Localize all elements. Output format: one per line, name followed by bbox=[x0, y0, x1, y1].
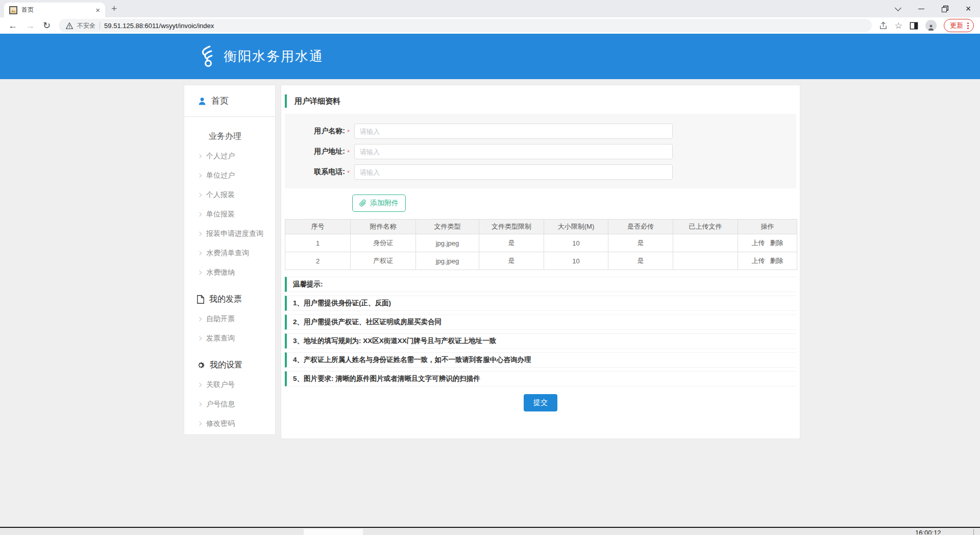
sidebar-item-account-info[interactable]: 户号信息 bbox=[184, 395, 275, 414]
chevron-right-icon bbox=[198, 193, 202, 197]
browser-titlebar: 首页 × + × bbox=[0, 0, 980, 17]
table-row: 1 身份证 jpg.jpeg 是 10 是 上传删除 bbox=[285, 234, 797, 252]
sidebar-group-settings[interactable]: 我的设置 bbox=[184, 355, 275, 375]
tip-item: 2、用户需提供产权证、社区证明或房屋买卖合同 bbox=[285, 314, 796, 330]
section-title: 用户详细资料 bbox=[285, 94, 796, 108]
screen: 首页 × + × ← → ↻ 不安全 59.51.125.88:6011/wsy… bbox=[0, 0, 980, 535]
tip-item: 3、地址的填写规则为: XX区X街道XX门牌号且与产权证上地址一致 bbox=[285, 333, 796, 349]
table-header-row: 序号 附件名称 文件类型 文件类型限制 大小限制(M) 是否必传 已上传文件 操… bbox=[285, 220, 797, 234]
taskbar-clock: 16:00:12 bbox=[915, 529, 951, 534]
delete-link[interactable]: 删除 bbox=[770, 257, 783, 264]
upload-link[interactable]: 上传 bbox=[752, 257, 765, 264]
bookmark-star-icon[interactable]: ☆ bbox=[895, 20, 902, 31]
sidebar-item-personal-transfer[interactable]: 个人过户 bbox=[184, 147, 275, 166]
upload-link[interactable]: 上传 bbox=[752, 239, 765, 247]
chevron-right-icon bbox=[198, 174, 202, 178]
paperclip-icon bbox=[359, 200, 366, 207]
sidebar-home-label: 首页 bbox=[211, 95, 229, 107]
chevron-right-icon bbox=[198, 271, 202, 275]
username-label: 用户名称: bbox=[285, 127, 345, 136]
browser-tab[interactable]: 首页 × bbox=[4, 3, 105, 17]
chevron-right-icon bbox=[198, 251, 202, 255]
tab-title: 首页 bbox=[21, 6, 91, 14]
col-restrict: 文件类型限制 bbox=[479, 220, 544, 234]
phone-input[interactable] bbox=[354, 164, 673, 180]
gear-icon bbox=[197, 361, 205, 370]
url-text[interactable]: 59.51.125.88:6011/wsyyt/invoic/index bbox=[104, 22, 214, 30]
group-business-label: 业务办理 bbox=[209, 131, 241, 142]
col-size: 大小限制(M) bbox=[544, 220, 608, 234]
sidebar: 首页 业务办理 个人过户 单位过户 个人报装 单位报装 报装申请进度查询 水费清… bbox=[184, 85, 276, 435]
sidebar-item-unit-transfer[interactable]: 单位过户 bbox=[184, 166, 275, 185]
profile-avatar[interactable] bbox=[925, 20, 937, 31]
browser-menu-icon[interactable] bbox=[967, 22, 969, 29]
sidebar-group-business[interactable]: 业务办理 bbox=[184, 126, 275, 147]
col-name: 附件名称 bbox=[351, 220, 416, 234]
col-required: 是否必传 bbox=[608, 220, 673, 234]
url-bar[interactable]: 不安全 59.51.125.88:6011/wsyyt/invoic/index bbox=[59, 19, 872, 32]
main-content: 用户详细资料 用户名称: * 用户地址: * 联系电话: * 添加附件 bbox=[281, 85, 800, 439]
site-title: 衡阳水务用水通 bbox=[224, 47, 324, 65]
window-minimize-button[interactable] bbox=[910, 0, 933, 17]
chevron-right-icon bbox=[198, 422, 202, 426]
chevron-right-icon bbox=[198, 154, 202, 158]
table-row: 2 产权证 jpg.jpeg 是 10 是 上传删除 bbox=[285, 252, 797, 270]
delete-link[interactable]: 删除 bbox=[770, 239, 783, 247]
phone-label: 联系电话: bbox=[285, 167, 345, 177]
site-header: 衡阳水务用水通 欢迎您,53 | 关联户号 退出系统 bbox=[0, 34, 980, 79]
side-panel-icon[interactable] bbox=[910, 21, 918, 30]
chevron-right-icon bbox=[198, 232, 202, 236]
tab-close-icon[interactable]: × bbox=[95, 6, 100, 14]
user-detail-form: 用户名称: * 用户地址: * 联系电话: * bbox=[285, 114, 796, 188]
sidebar-item-change-password[interactable]: 修改密码 bbox=[184, 414, 275, 433]
sidebar-item-install-progress[interactable]: 报装申请进度查询 bbox=[184, 224, 275, 244]
tips-title: 温馨提示: bbox=[285, 277, 796, 292]
col-actions: 操作 bbox=[738, 220, 797, 234]
favicon-icon bbox=[9, 6, 17, 14]
add-attachment-button[interactable]: 添加附件 bbox=[352, 194, 406, 212]
brand: 衡阳水务用水通 bbox=[196, 45, 324, 67]
taskbar-item[interactable] bbox=[304, 529, 363, 535]
chevron-right-icon bbox=[198, 212, 202, 216]
window-restore-button[interactable] bbox=[933, 0, 957, 17]
submit-button[interactable]: 提交 bbox=[524, 394, 557, 411]
form-row-phone: 联系电话: * bbox=[285, 164, 796, 180]
username-input[interactable] bbox=[354, 124, 673, 139]
attachment-table: 序号 附件名称 文件类型 文件类型限制 大小限制(M) 是否必传 已上传文件 操… bbox=[285, 219, 797, 270]
group-settings-label: 我的设置 bbox=[210, 360, 242, 371]
address-input[interactable] bbox=[354, 144, 673, 159]
tips-section: 温馨提示: 1、用户需提供身份证(正、反面) 2、用户需提供产权证、社区证明或房… bbox=[285, 277, 796, 386]
window-controls: × bbox=[886, 0, 980, 17]
reload-icon[interactable]: ↻ bbox=[43, 21, 51, 30]
sidebar-item-water-payment[interactable]: 水费缴纳 bbox=[184, 263, 275, 282]
show-desktop-divider[interactable] bbox=[973, 529, 974, 535]
col-type: 文件类型 bbox=[416, 220, 479, 234]
share-icon[interactable] bbox=[879, 21, 888, 30]
sidebar-item-personal-install[interactable]: 个人报装 bbox=[184, 185, 275, 205]
invoice-file-icon bbox=[197, 295, 205, 304]
water-logo-icon bbox=[196, 45, 217, 67]
url-divider bbox=[100, 22, 100, 29]
toolbar-right: ☆ 更新 bbox=[879, 19, 974, 32]
col-no: 序号 bbox=[285, 220, 351, 234]
sidebar-item-home[interactable]: 首页 bbox=[184, 85, 275, 117]
sidebar-item-unit-install[interactable]: 单位报装 bbox=[184, 205, 275, 224]
group-invoice-label: 我的发票 bbox=[209, 294, 242, 305]
sidebar-item-self-invoice[interactable]: 自助开票 bbox=[184, 309, 275, 329]
update-label: 更新 bbox=[950, 21, 963, 30]
uploaded-file-cell bbox=[673, 234, 738, 252]
sidebar-item-water-bill-list[interactable]: 水费清单查询 bbox=[184, 244, 275, 263]
security-label[interactable]: 不安全 bbox=[77, 21, 95, 30]
window-close-button[interactable]: × bbox=[957, 0, 980, 17]
sidebar-item-invoice-query[interactable]: 发票查询 bbox=[184, 329, 275, 348]
sidebar-item-link-account[interactable]: 关联户号 bbox=[184, 375, 275, 395]
not-secure-warning-icon bbox=[66, 22, 73, 29]
address-label: 用户地址: bbox=[285, 147, 345, 156]
browser-toolbar: ← → ↻ 不安全 59.51.125.88:6011/wsyyt/invoic… bbox=[0, 17, 980, 34]
back-icon[interactable]: ← bbox=[8, 21, 17, 30]
tip-item: 1、用户需提供身份证(正、反面) bbox=[285, 296, 796, 311]
new-tab-button[interactable]: + bbox=[111, 4, 117, 14]
window-menu-chevron-icon[interactable] bbox=[886, 0, 910, 17]
sidebar-group-invoice[interactable]: 我的发票 bbox=[184, 289, 275, 309]
browser-update-button[interactable]: 更新 bbox=[944, 19, 974, 32]
